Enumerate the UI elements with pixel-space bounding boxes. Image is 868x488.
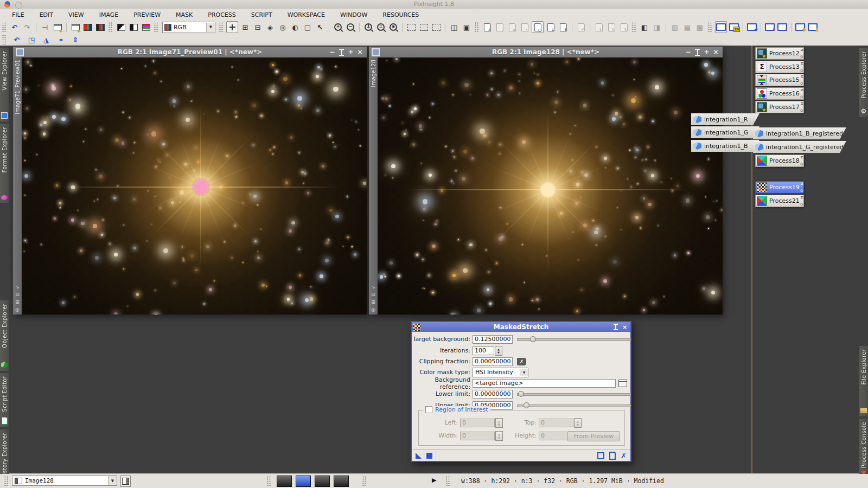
- image-icon-integration1-b-registered[interactable]: integration1_B_registeredN: [753, 127, 846, 139]
- process-redo2-icon[interactable]: ↻: [606, 22, 617, 33]
- preview-select-icon[interactable]: ▢: [302, 22, 313, 33]
- color-mask-type-select[interactable]: HSI Intensity ▼: [473, 368, 528, 377]
- mask-invert-icon[interactable]: ◨: [652, 22, 662, 33]
- process-icon-process18[interactable]: Process18NO: [755, 155, 804, 167]
- sidebar-tab-process-explorer[interactable]: Process Explorer⚙: [859, 48, 868, 117]
- image-window-image128[interactable]: RGB 2:1 Image128 | <*new*> − + × Image12…: [369, 47, 723, 314]
- dropdown-arrow-icon[interactable]: ▼: [108, 476, 117, 485]
- image-window-titlebar[interactable]: RGB 2:1 Image71_Preview01 | <*new*> − + …: [13, 47, 367, 57]
- process-save-icon[interactable]: ↑: [558, 22, 569, 33]
- zoom-optimal-icon[interactable]: ▪: [388, 22, 399, 33]
- sidebar-tab-view-explorer[interactable]: View Explorer: [0, 48, 9, 121]
- screen-warn2-icon[interactable]: ▲: [807, 22, 818, 33]
- process-icon-process21[interactable]: Process21NO: [755, 195, 804, 207]
- image-canvas[interactable]: [22, 57, 367, 314]
- menu-item-window[interactable]: WINDOW: [333, 11, 375, 18]
- sidebar-tab-object-explorer[interactable]: Object Explorer: [0, 300, 9, 371]
- process-new-icon[interactable]: +: [482, 22, 493, 33]
- process-clone-icon[interactable]: ≈: [507, 22, 518, 33]
- zoom-to-fit-icon[interactable]: ▫: [375, 22, 386, 33]
- fast-rotate-icon[interactable]: ◮: [41, 34, 52, 45]
- process-history-icon[interactable]: ~: [519, 22, 530, 33]
- menu-item-preview[interactable]: PREVIEW: [126, 11, 168, 18]
- image-icon-integration1-g-registered[interactable]: integration1_G_registeredN: [753, 141, 846, 153]
- active-view-selector[interactable]: Image128 ▼: [12, 476, 117, 486]
- window-shade-button[interactable]: [337, 48, 346, 56]
- process-icon-process17[interactable]: Process17NO: [755, 101, 804, 113]
- screen-reject2-icon[interactable]: ✗: [777, 22, 788, 33]
- strip-cascade-icon[interactable]: ⊞: [371, 300, 375, 305]
- process-load-icon[interactable]: ↓: [545, 22, 556, 33]
- workspace-2-button[interactable]: [296, 476, 311, 487]
- target-background-input[interactable]: 0.12500000: [473, 335, 513, 344]
- process-redo3-icon[interactable]: ↻: [618, 22, 629, 33]
- strip-readout-icon[interactable]: ◎: [15, 307, 20, 312]
- reset-icon[interactable]: ✗: [621, 452, 627, 459]
- strip-cascade-icon[interactable]: ⊞: [15, 300, 20, 305]
- image-window-preview01[interactable]: RGB 2:1 Image71_Preview01 | <*new*> − + …: [13, 47, 367, 314]
- os-titlebar[interactable]: PixInsight 1.8: [0, 0, 868, 9]
- zoom-11-icon[interactable]: 1: [363, 22, 374, 33]
- slider-knob[interactable]: [524, 402, 529, 408]
- iterations-spinner[interactable]: ▲▼: [495, 346, 502, 356]
- undo-icon[interactable]: ↶: [9, 22, 20, 33]
- process-icon-process19[interactable]: Process19NO: [755, 181, 804, 194]
- strip-readout-icon[interactable]: ◎: [371, 307, 375, 312]
- status-play-icon[interactable]: ▶: [432, 477, 436, 484]
- apply-global-icon[interactable]: [426, 453, 432, 459]
- view-mode-selector[interactable]: RGB▼: [162, 22, 215, 33]
- statusbar-handle[interactable]: [267, 476, 271, 486]
- documentation-icon[interactable]: [609, 452, 616, 460]
- contract-view-icon[interactable]: ⊟: [252, 22, 263, 33]
- dynamic-crop-icon[interactable]: [431, 22, 442, 33]
- image-icon-integration1-r[interactable]: integration1_RN: [691, 113, 760, 125]
- slider-knob[interactable]: [518, 391, 524, 397]
- menu-item-mask[interactable]: MASK: [168, 11, 200, 18]
- masked-stretch-dialog[interactable]: MaskedStretch × Target background: 0.125…: [411, 321, 631, 462]
- workspace-3-button[interactable]: [315, 476, 330, 487]
- dropdown-arrow-icon[interactable]: ▼: [206, 23, 215, 32]
- mask-show-icon[interactable]: ▥: [669, 22, 680, 33]
- roi-checkbox[interactable]: [425, 406, 432, 413]
- process-icon-process12[interactable]: Process12NO: [755, 47, 804, 60]
- menu-item-image[interactable]: IMAGE: [92, 11, 126, 18]
- sidebar-tab-history-explorer[interactable]: History Explorer: [0, 429, 9, 474]
- statusbar-handle[interactable]: [362, 476, 367, 486]
- sidebar-tab-file-explorer[interactable]: File Explorer: [859, 346, 868, 416]
- view-tab-label[interactable]: Image128: [371, 60, 376, 87]
- from-preview-button[interactable]: From Preview: [567, 431, 620, 441]
- edit-identifier-icon[interactable]: ⊣: [40, 22, 50, 33]
- new-preview-icon[interactable]: [406, 22, 417, 33]
- screen-warn1-icon[interactable]: ●: [795, 22, 806, 33]
- toolbar-handle[interactable]: [154, 22, 158, 32]
- window-minimize-button[interactable]: −: [328, 48, 336, 56]
- lower-limit-input[interactable]: 0.00000000: [473, 390, 513, 399]
- toolbar-handle[interactable]: [108, 22, 113, 32]
- image-icon-integration1-b[interactable]: integration1_BN: [691, 140, 760, 152]
- iterations-input[interactable]: 100: [473, 346, 494, 355]
- open-image-icon[interactable]: +: [70, 22, 81, 33]
- screen-reject1-icon[interactable]: ✗: [764, 22, 775, 33]
- process-icon-process13[interactable]: Process13NO: [755, 61, 804, 73]
- window-close-button[interactable]: ×: [356, 48, 364, 56]
- sidebar-tab-process-console[interactable]: Process Console▶: [859, 419, 868, 474]
- clone-image-icon[interactable]: [82, 22, 93, 33]
- menu-item-script[interactable]: SCRIPT: [244, 11, 280, 18]
- screen-main-icon[interactable]: [715, 21, 727, 33]
- process-undo-icon[interactable]: ↶: [576, 22, 586, 33]
- window-zoom-button[interactable]: +: [703, 48, 711, 56]
- dialog-titlebar[interactable]: MaskedStretch ×: [412, 322, 630, 332]
- screen-24bit-icon[interactable]: 24: [729, 22, 739, 33]
- flip-horizontal-icon[interactable]: ◂▸: [55, 34, 66, 45]
- toolbar-handle[interactable]: [632, 22, 636, 32]
- process-edit-icon[interactable]: ∕: [494, 22, 505, 33]
- window-minimize-button[interactable]: −: [684, 48, 692, 56]
- color-saturation-icon[interactable]: [141, 22, 151, 33]
- menu-item-file[interactable]: FILE: [4, 11, 32, 18]
- view-tab-strip[interactable]: Image128 ↘ ⊡ ⊞ ◎: [369, 57, 378, 314]
- tile-windows-icon[interactable]: ◫: [449, 22, 459, 33]
- menu-item-view[interactable]: VIEW: [61, 11, 92, 18]
- background-reference-input[interactable]: <target image>: [473, 379, 616, 388]
- toolbar-handle[interactable]: [475, 22, 479, 32]
- process-icon-process16[interactable]: Process16NO: [755, 87, 804, 100]
